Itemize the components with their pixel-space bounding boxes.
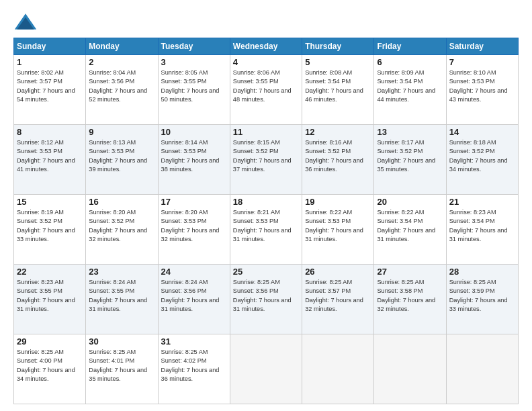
col-saturday: Saturday <box>446 38 518 55</box>
day-info: Sunrise: 8:23 AM Sunset: 3:55 PM Dayligh… <box>17 278 83 314</box>
table-row <box>302 334 374 404</box>
day-info: Sunrise: 8:14 AM Sunset: 3:53 PM Dayligh… <box>161 138 227 174</box>
table-row: 27 Sunrise: 8:25 AM Sunset: 3:58 PM Dayl… <box>374 265 446 334</box>
day-info: Sunrise: 8:08 AM Sunset: 3:54 PM Dayligh… <box>305 68 371 104</box>
day-number: 8 <box>17 127 83 137</box>
day-number: 3 <box>161 57 227 67</box>
day-number: 23 <box>89 267 154 277</box>
col-thursday: Thursday <box>302 38 374 55</box>
table-row: 16 Sunrise: 8:20 AM Sunset: 3:52 PM Dayl… <box>86 195 158 265</box>
col-tuesday: Tuesday <box>158 38 230 55</box>
day-number: 29 <box>17 336 83 347</box>
day-info: Sunrise: 8:12 AM Sunset: 3:53 PM Dayligh… <box>17 138 83 174</box>
day-number: 9 <box>89 127 154 137</box>
day-info: Sunrise: 8:24 AM Sunset: 3:55 PM Dayligh… <box>89 278 154 314</box>
table-row: 17 Sunrise: 8:20 AM Sunset: 3:53 PM Dayl… <box>158 195 230 265</box>
day-info: Sunrise: 8:21 AM Sunset: 3:53 PM Dayligh… <box>233 208 299 244</box>
calendar-week-row: 8 Sunrise: 8:12 AM Sunset: 3:53 PM Dayli… <box>14 125 519 195</box>
table-row: 23 Sunrise: 8:24 AM Sunset: 3:55 PM Dayl… <box>86 265 158 334</box>
day-info: Sunrise: 8:22 AM Sunset: 3:54 PM Dayligh… <box>377 208 443 244</box>
day-number: 16 <box>89 197 154 207</box>
table-row <box>446 334 518 404</box>
day-number: 17 <box>161 197 227 207</box>
day-number: 26 <box>305 267 371 277</box>
col-sunday: Sunday <box>14 38 86 55</box>
table-row: 20 Sunrise: 8:22 AM Sunset: 3:54 PM Dayl… <box>374 195 446 265</box>
table-row: 8 Sunrise: 8:12 AM Sunset: 3:53 PM Dayli… <box>14 125 86 195</box>
table-row: 21 Sunrise: 8:23 AM Sunset: 3:54 PM Dayl… <box>446 195 518 265</box>
day-number: 24 <box>161 267 227 277</box>
table-row: 24 Sunrise: 8:24 AM Sunset: 3:56 PM Dayl… <box>158 265 230 334</box>
calendar-week-row: 15 Sunrise: 8:19 AM Sunset: 3:52 PM Dayl… <box>14 195 519 265</box>
table-row: 19 Sunrise: 8:22 AM Sunset: 3:53 PM Dayl… <box>302 195 374 265</box>
day-info: Sunrise: 8:25 AM Sunset: 3:58 PM Dayligh… <box>377 278 443 314</box>
col-wednesday: Wednesday <box>230 38 302 55</box>
day-info: Sunrise: 8:22 AM Sunset: 3:53 PM Dayligh… <box>305 208 371 244</box>
table-row: 11 Sunrise: 8:15 AM Sunset: 3:52 PM Dayl… <box>230 125 302 195</box>
day-info: Sunrise: 8:04 AM Sunset: 3:56 PM Dayligh… <box>89 68 154 104</box>
day-number: 14 <box>449 127 515 137</box>
day-info: Sunrise: 8:10 AM Sunset: 3:53 PM Dayligh… <box>449 68 515 104</box>
day-info: Sunrise: 8:20 AM Sunset: 3:52 PM Dayligh… <box>89 208 154 244</box>
col-monday: Monday <box>86 38 158 55</box>
table-row: 2 Sunrise: 8:04 AM Sunset: 3:56 PM Dayli… <box>86 55 158 125</box>
header <box>13 12 519 31</box>
day-number: 11 <box>233 127 299 137</box>
table-row: 7 Sunrise: 8:10 AM Sunset: 3:53 PM Dayli… <box>446 55 518 125</box>
table-row: 3 Sunrise: 8:05 AM Sunset: 3:55 PM Dayli… <box>158 55 230 125</box>
day-info: Sunrise: 8:25 AM Sunset: 4:01 PM Dayligh… <box>89 348 154 383</box>
table-row: 14 Sunrise: 8:18 AM Sunset: 3:52 PM Dayl… <box>446 125 518 195</box>
day-number: 22 <box>17 267 83 277</box>
table-row: 10 Sunrise: 8:14 AM Sunset: 3:53 PM Dayl… <box>158 125 230 195</box>
day-info: Sunrise: 8:24 AM Sunset: 3:56 PM Dayligh… <box>161 278 227 314</box>
day-info: Sunrise: 8:25 AM Sunset: 3:57 PM Dayligh… <box>305 278 371 314</box>
day-info: Sunrise: 8:17 AM Sunset: 3:52 PM Dayligh… <box>377 138 443 174</box>
page: Sunday Monday Tuesday Wednesday Thursday… <box>0 0 532 411</box>
day-number: 31 <box>161 336 227 347</box>
table-row: 4 Sunrise: 8:06 AM Sunset: 3:55 PM Dayli… <box>230 55 302 125</box>
day-number: 27 <box>377 267 443 277</box>
logo <box>13 12 42 31</box>
day-info: Sunrise: 8:16 AM Sunset: 3:52 PM Dayligh… <box>305 138 371 174</box>
table-row <box>230 334 302 404</box>
day-number: 13 <box>377 127 443 137</box>
day-number: 1 <box>17 57 83 67</box>
table-row: 28 Sunrise: 8:25 AM Sunset: 3:59 PM Dayl… <box>446 265 518 334</box>
table-row: 5 Sunrise: 8:08 AM Sunset: 3:54 PM Dayli… <box>302 55 374 125</box>
col-friday: Friday <box>374 38 446 55</box>
day-number: 21 <box>449 197 515 207</box>
table-row: 22 Sunrise: 8:23 AM Sunset: 3:55 PM Dayl… <box>14 265 86 334</box>
day-number: 5 <box>305 57 371 67</box>
day-number: 19 <box>305 197 371 207</box>
calendar-header-row: Sunday Monday Tuesday Wednesday Thursday… <box>14 38 519 55</box>
table-row: 6 Sunrise: 8:09 AM Sunset: 3:54 PM Dayli… <box>374 55 446 125</box>
day-number: 30 <box>89 336 154 347</box>
day-number: 2 <box>89 57 154 67</box>
table-row: 25 Sunrise: 8:25 AM Sunset: 3:56 PM Dayl… <box>230 265 302 334</box>
table-row: 13 Sunrise: 8:17 AM Sunset: 3:52 PM Dayl… <box>374 125 446 195</box>
day-info: Sunrise: 8:05 AM Sunset: 3:55 PM Dayligh… <box>161 68 227 104</box>
day-info: Sunrise: 8:25 AM Sunset: 3:59 PM Dayligh… <box>449 278 515 314</box>
day-info: Sunrise: 8:06 AM Sunset: 3:55 PM Dayligh… <box>233 68 299 104</box>
day-number: 10 <box>161 127 227 137</box>
calendar-table: Sunday Monday Tuesday Wednesday Thursday… <box>13 38 519 404</box>
day-number: 7 <box>449 57 515 67</box>
day-number: 25 <box>233 267 299 277</box>
logo-icon <box>13 12 38 31</box>
table-row: 30 Sunrise: 8:25 AM Sunset: 4:01 PM Dayl… <box>86 334 158 404</box>
day-number: 28 <box>449 267 515 277</box>
day-number: 12 <box>305 127 371 137</box>
day-info: Sunrise: 8:02 AM Sunset: 3:57 PM Dayligh… <box>17 68 83 104</box>
day-number: 15 <box>17 197 83 207</box>
day-number: 18 <box>233 197 299 207</box>
table-row: 9 Sunrise: 8:13 AM Sunset: 3:53 PM Dayli… <box>86 125 158 195</box>
day-info: Sunrise: 8:15 AM Sunset: 3:52 PM Dayligh… <box>233 138 299 174</box>
day-number: 4 <box>233 57 299 67</box>
day-info: Sunrise: 8:19 AM Sunset: 3:52 PM Dayligh… <box>17 208 83 244</box>
day-info: Sunrise: 8:20 AM Sunset: 3:53 PM Dayligh… <box>161 208 227 244</box>
day-info: Sunrise: 8:23 AM Sunset: 3:54 PM Dayligh… <box>449 208 515 244</box>
table-row: 15 Sunrise: 8:19 AM Sunset: 3:52 PM Dayl… <box>14 195 86 265</box>
table-row: 1 Sunrise: 8:02 AM Sunset: 3:57 PM Dayli… <box>14 55 86 125</box>
table-row: 12 Sunrise: 8:16 AM Sunset: 3:52 PM Dayl… <box>302 125 374 195</box>
day-info: Sunrise: 8:25 AM Sunset: 4:00 PM Dayligh… <box>17 348 83 383</box>
